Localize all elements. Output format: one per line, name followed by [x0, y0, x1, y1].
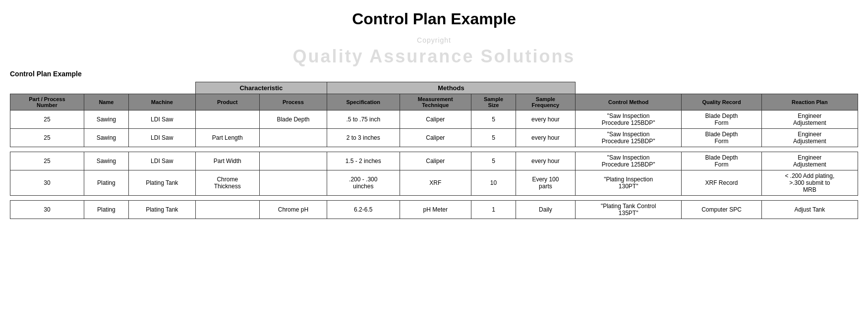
control-plan-table: Characteristic Methods Part / ProcessNum… — [10, 82, 858, 219]
table-cell: "Plating Tank Control135PT" — [575, 201, 681, 219]
table-cell: Sawing — [84, 129, 128, 147]
table-cell: 30 — [10, 201, 84, 219]
table-row: 25SawingLDI SawBlade Depth.5 to .75 inch… — [10, 110, 858, 129]
table-cell: Computer SPC — [682, 201, 761, 219]
col-machine: Machine — [128, 94, 195, 110]
table-cell: < .200 Add plating,>.300 submit toMRB — [761, 170, 858, 196]
table-cell: Every 100parts — [516, 170, 575, 196]
table-cell: Blade DepthForm — [682, 152, 761, 170]
col-name: Name — [84, 94, 128, 110]
table-cell: every hour — [516, 110, 575, 129]
table-cell: "Saw InspectionProcedure 125BDP" — [575, 129, 681, 147]
table-cell: XRF — [400, 170, 471, 196]
table-cell: LDI Saw — [128, 110, 195, 129]
table-cell: Part Width — [195, 152, 259, 170]
table-cell: Sawing — [84, 110, 128, 129]
table-cell — [259, 152, 327, 170]
col-specification: Specification — [327, 94, 400, 110]
copyright-watermark: Copyright — [10, 36, 858, 44]
table-cell: 5 — [471, 129, 516, 147]
table-cell: 25 — [10, 129, 84, 147]
col-part-process: Part / ProcessNumber — [10, 94, 84, 110]
table-cell — [259, 170, 327, 196]
table-cell: 30 — [10, 170, 84, 196]
table-row: 30PlatingPlating TankChrome pH6.2-6.5pH … — [10, 201, 858, 219]
table-cell: Daily — [516, 201, 575, 219]
table-cell: Blade DepthForm — [682, 110, 761, 129]
col-product: Product — [195, 94, 259, 110]
table-cell: "Saw InspectionProcedure 125BDP" — [575, 110, 681, 129]
table-row: 30PlatingPlating TankChromeThickness.200… — [10, 170, 858, 196]
table-cell — [259, 129, 327, 147]
table-cell: 25 — [10, 110, 84, 129]
table-cell: pH Meter — [400, 201, 471, 219]
table-cell: Plating Tank — [128, 170, 195, 196]
col-sample-frequency: SampleFrequency — [516, 94, 575, 110]
table-cell: Plating Tank — [128, 201, 195, 219]
table-cell: Blade DepthForm — [682, 129, 761, 147]
table-cell: .200 - .300uinches — [327, 170, 400, 196]
table-cell: EngineerAdjustement — [761, 152, 858, 170]
table-cell: Caliper — [400, 129, 471, 147]
table-cell: "Plating Inspection130PT" — [575, 170, 681, 196]
col-process: Process — [259, 94, 327, 110]
table-row: 25SawingLDI SawPart Width1.5 - 2 inchesC… — [10, 152, 858, 170]
col-sample-size: SampleSize — [471, 94, 516, 110]
table-cell: LDI Saw — [128, 152, 195, 170]
header-characteristic: Characteristic — [195, 82, 327, 94]
table-cell: 1.5 - 2 inches — [327, 152, 400, 170]
col-quality-record: Quality Record — [682, 94, 761, 110]
table-cell: Blade Depth — [259, 110, 327, 129]
subtitle: Control Plan Example — [10, 70, 858, 78]
table-cell: EngineerAdjustement — [761, 129, 858, 147]
table-cell — [195, 110, 259, 129]
table-cell: 2 to 3 inches — [327, 129, 400, 147]
table-cell: every hour — [516, 129, 575, 147]
table-cell: Plating — [84, 201, 128, 219]
col-reaction-plan: Reaction Plan — [761, 94, 858, 110]
table-cell: EngineerAdjustement — [761, 110, 858, 129]
table-cell: 10 — [471, 170, 516, 196]
table-cell: Chrome pH — [259, 201, 327, 219]
table-cell: Sawing — [84, 152, 128, 170]
table-cell: XRF Record — [682, 170, 761, 196]
table-cell: LDI Saw — [128, 129, 195, 147]
col-measurement-technique: MeasurementTechnique — [400, 94, 471, 110]
table-row: 25SawingLDI SawPart Length2 to 3 inchesC… — [10, 129, 858, 147]
table-cell: Caliper — [400, 152, 471, 170]
header-methods: Methods — [327, 82, 576, 94]
table-cell: every hour — [516, 152, 575, 170]
table-cell: 1 — [471, 201, 516, 219]
table-cell: 6.2-6.5 — [327, 201, 400, 219]
table-cell: 5 — [471, 110, 516, 129]
table-cell: Plating — [84, 170, 128, 196]
table-cell: ChromeThickness — [195, 170, 259, 196]
table-cell: Adjust Tank — [761, 201, 858, 219]
main-title: Control Plan Example — [10, 5, 858, 33]
table-cell — [195, 201, 259, 219]
watermark-large: Quality Assurance Solutions — [10, 46, 858, 67]
table-cell: 25 — [10, 152, 84, 170]
table-cell: .5 to .75 inch — [327, 110, 400, 129]
table-cell: Part Length — [195, 129, 259, 147]
col-control-method: Control Method — [575, 94, 681, 110]
table-cell: 5 — [471, 152, 516, 170]
table-cell: "Saw InspectionProcedure 125BDP" — [575, 152, 681, 170]
table-cell: Caliper — [400, 110, 471, 129]
